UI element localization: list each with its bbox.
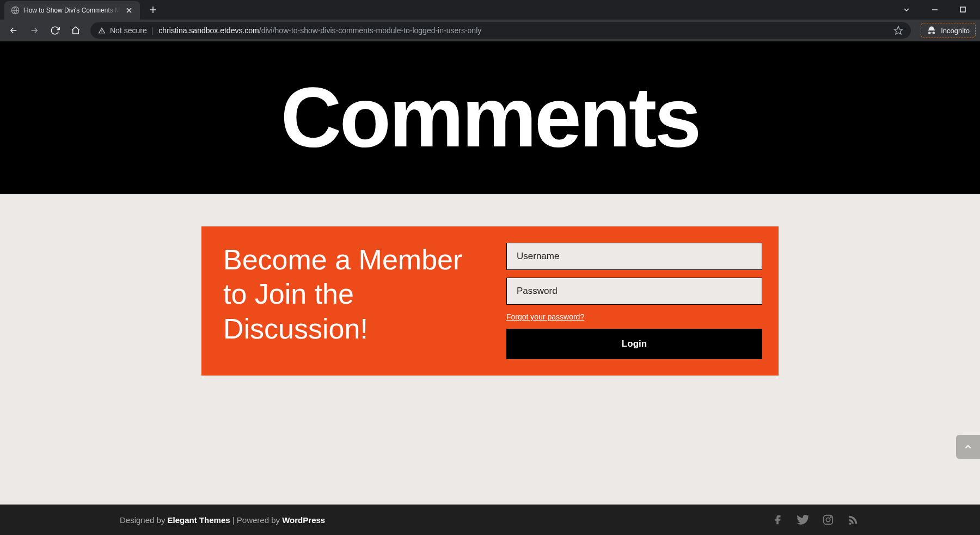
wordpress-link[interactable]: WordPress (282, 515, 325, 525)
home-button[interactable] (66, 22, 85, 39)
password-input[interactable] (506, 278, 762, 305)
tab-bar: How to Show Divi's Comments M (0, 0, 980, 20)
elegant-themes-link[interactable]: Elegant Themes (168, 515, 230, 525)
close-icon[interactable] (125, 6, 133, 15)
address-bar[interactable]: Not secure | christina.sandbox.etdevs.co… (90, 22, 911, 39)
url-text: christina.sandbox.etdevs.com/divi/how-to… (158, 26, 888, 35)
site-footer: Designed by Elegant Themes | Powered by … (0, 505, 980, 535)
reload-button[interactable] (46, 22, 64, 39)
footer-social (771, 513, 860, 527)
chevron-up-icon (963, 442, 973, 452)
hero-section: Comments (0, 41, 980, 194)
incognito-icon (927, 26, 936, 35)
back-button[interactable] (4, 22, 23, 39)
svg-rect-1 (960, 7, 965, 12)
bookmark-star-icon[interactable] (893, 26, 903, 35)
card-heading: Become a Member to Join the Discussion! (223, 243, 474, 346)
login-button[interactable]: Login (506, 329, 762, 359)
svg-marker-2 (895, 27, 903, 34)
window-maximize-button[interactable] (954, 2, 972, 17)
tab-title: How to Show Divi's Comments M (24, 7, 120, 14)
login-card: Become a Member to Join the Discussion! … (201, 226, 779, 376)
security-label: Not secure (110, 26, 147, 35)
page-title: Comments (281, 69, 700, 166)
warning-icon (98, 27, 106, 34)
forgot-password-link[interactable]: Forgot your password? (506, 312, 584, 321)
rss-icon[interactable] (846, 513, 860, 527)
facebook-icon[interactable] (771, 513, 785, 527)
forward-button[interactable] (25, 22, 44, 39)
incognito-label: Incognito (941, 27, 970, 35)
window-minimize-button[interactable] (926, 2, 944, 17)
incognito-indicator[interactable]: Incognito (921, 23, 976, 38)
footer-credit: Designed by Elegant Themes | Powered by … (120, 515, 325, 525)
svg-point-4 (826, 518, 830, 521)
twitter-icon[interactable] (796, 513, 810, 527)
browser-tab[interactable]: How to Show Divi's Comments M (4, 1, 140, 20)
globe-icon (11, 6, 20, 15)
browser-toolbar: Not secure | christina.sandbox.etdevs.co… (0, 20, 980, 41)
scroll-to-top-button[interactable] (956, 435, 980, 459)
username-input[interactable] (506, 243, 762, 270)
svg-point-5 (830, 516, 831, 518)
security-status[interactable]: Not secure | (98, 26, 153, 35)
instagram-icon[interactable] (821, 513, 835, 527)
chevron-down-icon[interactable] (897, 2, 916, 17)
new-tab-button[interactable] (145, 2, 161, 17)
